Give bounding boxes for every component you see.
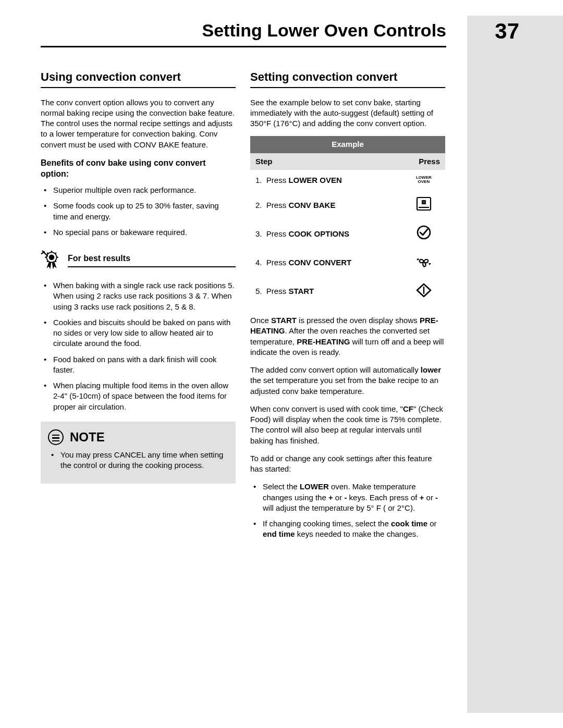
section-using-conv-convert: Using convection convert: [41, 69, 236, 88]
page-number: 37: [495, 17, 519, 46]
best-results-list: When baking with a single rack use rack …: [41, 280, 236, 412]
table-row: 1. Press LOWER OVEN LOWER OVEN: [250, 170, 445, 191]
benefits-list: Superior multiple oven rack performance.…: [41, 185, 236, 238]
intro-paragraph: The conv convert option allows you to co…: [41, 97, 236, 150]
table-row: 2. Press CONV BAKE: [250, 191, 445, 219]
table-row: 3. Press COOK OPTIONS: [250, 219, 445, 248]
conv-convert-icon: [415, 254, 432, 269]
conv-bake-icon: [415, 196, 432, 212]
intro-paragraph: See the example below to set conv bake, …: [250, 97, 445, 129]
table-row: 5. Press START: [250, 277, 445, 306]
cook-options-icon: [415, 225, 432, 240]
list-item: Cookies and biscuits should be baked on …: [44, 317, 236, 349]
list-item: Select the LOWER oven. Make temperature …: [253, 482, 445, 513]
list-item: Some foods cook up to 25 to 30% faster, …: [44, 201, 236, 222]
list-item: When placing multiple food items in the …: [44, 380, 236, 412]
left-column: Using convection convert The conv conver…: [41, 69, 236, 547]
list-item: No special pans or bakeware required.: [44, 227, 236, 238]
example-table: Example Step Press 1. Press LOWER OVEN L…: [250, 136, 445, 306]
best-results-title: For best results: [68, 253, 236, 264]
note-box: NOTE You may press CANCEL any time when …: [41, 422, 236, 484]
page-side-bar: [467, 16, 563, 713]
col-step: Step: [250, 153, 402, 170]
lower-oven-icon: LOWER OVEN: [416, 176, 432, 184]
benefits-heading: Benefits of conv bake using conv convert…: [41, 157, 236, 180]
lower-temp-paragraph: The added conv convert option will autom…: [250, 365, 445, 397]
table-row: 4. Press CONV CONVERT: [250, 249, 445, 277]
list-item: If changing cooking times, select the co…: [253, 519, 445, 540]
page-header: Setting Lower Oven Controls 37: [41, 19, 446, 47]
list-item: When baking with a single rack use rack …: [44, 280, 236, 312]
start-icon: [415, 282, 432, 298]
note-label: NOTE: [70, 429, 105, 446]
list-item: Superior multiple oven rack performance.: [44, 185, 236, 195]
page-title: Setting Lower Oven Controls: [202, 19, 446, 43]
page-content: Setting Lower Oven Controls 37 Using con…: [41, 19, 446, 547]
cf-paragraph: When conv convert is used with cook time…: [250, 404, 445, 446]
list-item: Food baked on pans with a dark finish wi…: [44, 354, 236, 376]
col-press: Press: [402, 153, 445, 170]
ribbon-icon: [41, 248, 63, 272]
section-setting-conv-convert: Setting convection convert: [250, 69, 445, 88]
right-column: Setting convection convert See the examp…: [250, 69, 445, 547]
change-list: Select the LOWER oven. Make temperature …: [250, 482, 445, 539]
note-icon: [48, 429, 64, 445]
example-title: Example: [250, 136, 445, 153]
after-start-paragraph: Once START is pressed the oven display s…: [250, 315, 445, 357]
change-intro: To add or change any cook settings after…: [250, 453, 445, 475]
best-results-header: For best results: [41, 248, 236, 272]
note-item: You may press CANCEL any time when setti…: [51, 450, 228, 471]
